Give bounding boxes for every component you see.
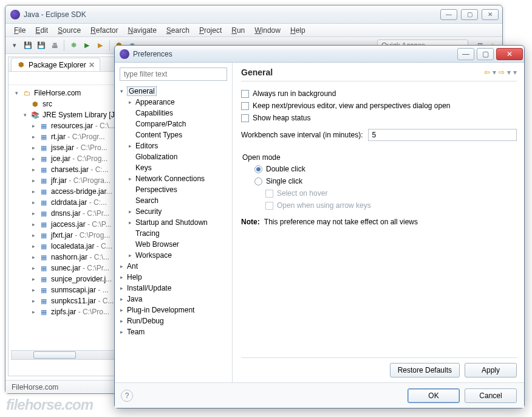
twisty-icon[interactable]: ▸ — [30, 177, 36, 184]
twisty-icon[interactable]: ▸ — [30, 156, 36, 162]
checkbox-unchecked-icon[interactable] — [241, 114, 249, 122]
twisty-icon[interactable]: ▸ — [127, 143, 133, 149]
new-icon[interactable]: ▾ — [9, 40, 20, 51]
pref-tree-item[interactable]: ▸Plug-in Development — [118, 305, 230, 315]
twisty-icon[interactable]: ▸ — [127, 219, 133, 226]
pref-tree-item[interactable]: ▸Install/Update — [118, 283, 230, 294]
menu-source[interactable]: Source — [53, 25, 86, 36]
pref-tree-item[interactable]: ▸Startup and Shutdown — [118, 217, 230, 228]
pref-tree-item[interactable]: ▸Help — [118, 272, 230, 283]
menu-run[interactable]: Run — [227, 25, 250, 36]
twisty-icon[interactable]: ▸ — [127, 252, 133, 258]
pref-tree-item[interactable]: ▾General — [118, 86, 230, 97]
twisty-icon[interactable]: ▸ — [30, 199, 36, 205]
print-icon[interactable]: 🖶 — [49, 40, 60, 51]
twisty-icon[interactable]: ▸ — [118, 274, 124, 280]
maximize-button[interactable]: ▢ — [461, 9, 478, 20]
restore-defaults-button[interactable]: Restore Defaults — [390, 363, 460, 377]
preferences-tree[interactable]: ▾General▸AppearanceCapabilitiesCompare/P… — [115, 86, 232, 382]
twisty-icon[interactable]: ▸ — [30, 276, 36, 282]
run-icon[interactable]: ▶ — [81, 40, 92, 51]
pref-tree-item[interactable]: ▸Ant — [118, 261, 230, 272]
pref-tree-item[interactable]: Keys — [118, 162, 230, 173]
twisty-icon[interactable]: ▸ — [30, 221, 36, 227]
twisty-icon[interactable]: ▸ — [30, 210, 36, 216]
show-heap-row[interactable]: Show heap status — [241, 114, 517, 122]
menu-refactor[interactable]: Refactor — [86, 25, 123, 36]
close-button[interactable]: ✕ — [482, 9, 499, 20]
ok-button[interactable]: OK — [408, 388, 460, 403]
twisty-icon[interactable]: ▸ — [30, 167, 36, 173]
scrollbar-thumb[interactable] — [33, 351, 76, 359]
history-back-icon[interactable]: ⇦ — [484, 68, 490, 77]
menu-help[interactable]: Help — [285, 25, 310, 36]
pref-tree-item[interactable]: Web Browser — [118, 239, 230, 250]
pref-tree-item[interactable]: Content Types — [118, 129, 230, 140]
page-menu-icon[interactable]: ▾ — [513, 68, 517, 77]
keep-next-prev-row[interactable]: Keep next/previous editor, view and pers… — [241, 102, 517, 110]
pref-tree-item[interactable]: Globalization — [118, 151, 230, 162]
pref-tree-item[interactable]: ▸Team — [118, 326, 230, 337]
checkbox-unchecked-icon[interactable] — [241, 90, 249, 98]
pref-tree-item[interactable]: ▸Editors — [118, 140, 230, 151]
package-explorer-tab[interactable]: ⬢ Package Explorer ✕ — [11, 58, 100, 71]
minimize-button[interactable]: — — [440, 9, 457, 20]
dialog-minimize-button[interactable]: — — [457, 48, 474, 60]
checkbox-unchecked-icon[interactable] — [241, 102, 249, 110]
filter-input[interactable] — [120, 67, 227, 81]
menu-file[interactable]: File — [9, 25, 30, 36]
twisty-icon[interactable]: ▸ — [118, 329, 124, 335]
twisty-icon[interactable]: ▸ — [118, 307, 124, 313]
twisty-icon[interactable]: ▸ — [118, 285, 124, 291]
twisty-icon[interactable]: ▸ — [30, 287, 36, 293]
twisty-icon[interactable]: ▸ — [30, 188, 36, 195]
twisty-icon[interactable]: ▸ — [30, 123, 36, 129]
twisty-icon[interactable]: ▸ — [118, 263, 124, 269]
menu-search[interactable]: Search — [162, 25, 194, 36]
single-click-row[interactable]: Single click — [241, 177, 517, 185]
twisty-icon[interactable]: ▸ — [127, 208, 133, 215]
save-interval-input[interactable] — [368, 129, 517, 141]
history-forward-menu-icon[interactable]: ▾ — [507, 68, 511, 77]
debug-icon[interactable]: ❋ — [68, 40, 79, 51]
save-icon[interactable]: 💾 — [22, 40, 33, 51]
twisty-icon[interactable]: ▸ — [30, 265, 36, 271]
pref-tree-item[interactable]: Capabilities — [118, 108, 230, 119]
dialog-titlebar[interactable]: Preferences — ▢ ✕ — [115, 46, 524, 63]
twisty-icon[interactable]: ▸ — [30, 243, 36, 249]
twisty-icon[interactable]: ▾ — [13, 90, 19, 96]
cancel-button[interactable]: Cancel — [465, 388, 517, 403]
twisty-icon[interactable]: ▸ — [127, 99, 133, 105]
close-icon[interactable]: ✕ — [89, 61, 95, 69]
radio-checked-icon[interactable] — [254, 165, 262, 173]
twisty-icon[interactable]: ▸ — [127, 176, 133, 182]
menu-navigate[interactable]: Navigate — [123, 25, 161, 36]
dialog-close-button[interactable]: ✕ — [496, 48, 523, 60]
radio-unchecked-icon[interactable] — [254, 177, 262, 185]
twisty-icon[interactable]: ▸ — [30, 232, 36, 238]
pref-tree-item[interactable]: ▸Workspace — [118, 250, 230, 261]
pref-tree-item[interactable]: ▸Network Connections — [118, 173, 230, 184]
pref-tree-item[interactable]: Compare/Patch — [118, 119, 230, 129]
pref-tree-item[interactable]: Search — [118, 195, 230, 206]
pref-tree-item[interactable]: ▸Security — [118, 206, 230, 217]
twisty-icon[interactable]: ▸ — [30, 309, 36, 315]
menu-edit[interactable]: Edit — [30, 25, 53, 36]
main-titlebar[interactable]: Java - Eclipse SDK — ▢ ✕ — [5, 5, 502, 24]
double-click-row[interactable]: Double click — [241, 165, 517, 173]
pref-tree-item[interactable]: Perspectives — [118, 184, 230, 195]
twisty-icon[interactable]: ▾ — [22, 112, 28, 118]
apply-button[interactable]: Apply — [465, 363, 517, 377]
save-all-icon[interactable]: 💾 — [36, 40, 47, 51]
always-run-bg-row[interactable]: Always run in background — [241, 89, 517, 98]
history-forward-icon[interactable]: ⇨ — [499, 68, 505, 77]
twisty-icon[interactable]: ▸ — [30, 134, 36, 140]
twisty-icon[interactable]: ▸ — [30, 145, 36, 151]
twisty-icon[interactable]: ▾ — [118, 88, 124, 94]
twisty-icon[interactable]: ▸ — [118, 318, 124, 324]
pref-tree-item[interactable]: Tracing — [118, 228, 230, 239]
pref-tree-item[interactable]: ▸Appearance — [118, 97, 230, 108]
dialog-maximize-button[interactable]: ▢ — [477, 48, 494, 60]
twisty-icon[interactable]: ▸ — [118, 296, 124, 302]
run-last-icon[interactable]: ▶ — [95, 40, 106, 51]
